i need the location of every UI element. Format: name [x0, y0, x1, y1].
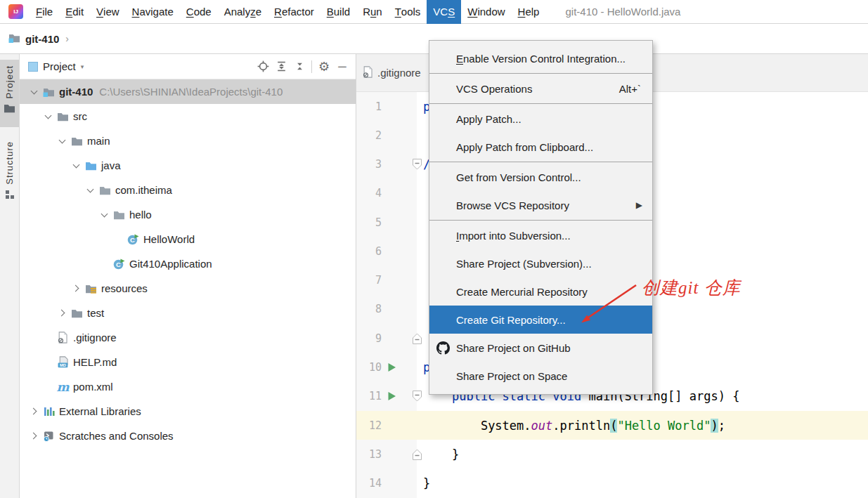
menu-view[interactable]: View [90, 0, 126, 24]
run-icon[interactable] [382, 391, 401, 401]
tree-chevron-icon[interactable] [69, 286, 83, 291]
gutter: 6 [356, 237, 417, 266]
tree-item-hello[interactable]: hello [20, 202, 356, 227]
vcs-menu-item-import-into-subversion[interactable]: Import into Subversion... [429, 221, 652, 249]
code-text: } [417, 476, 430, 490]
project-panel-title[interactable]: Project [43, 60, 76, 72]
tree-item-test[interactable]: test [20, 301, 356, 325]
tree-item-resources[interactable]: resources [20, 276, 356, 301]
menu-code[interactable]: Code [180, 0, 218, 24]
gutter: 14 [356, 468, 417, 497]
tree-chevron-icon[interactable] [55, 310, 69, 315]
tree-item-src[interactable]: src [20, 104, 356, 129]
tree-item-label: main [87, 135, 110, 147]
menu-edit[interactable]: Edit [59, 0, 90, 24]
menu-build[interactable]: Build [320, 0, 356, 24]
code-line-13[interactable]: 13 } [356, 440, 868, 468]
tree-item-label: java [101, 159, 121, 171]
tree-item-com-itheima[interactable]: com.itheima [20, 178, 356, 202]
menu-vcs[interactable]: VCS [427, 0, 461, 24]
fold-down-icon[interactable] [412, 391, 422, 402]
hide-panel-icon[interactable]: ─ [333, 58, 351, 75]
vcs-menu-item-get-from-version-control[interactable]: Get from Version Control... [429, 163, 652, 191]
stripe-tab-structure[interactable]: Structure [0, 136, 19, 209]
line-number: 11 [356, 390, 382, 402]
line-number: 4 [356, 187, 382, 199]
menu-separator [429, 103, 652, 104]
tree-item-git-410[interactable]: git-410C:\Users\SHINIAN\IdeaProjects\git… [20, 79, 356, 104]
vcs-menu-item-create-mercurial-repository[interactable]: Create Mercurial Repository [429, 277, 652, 306]
tree-item-label: git-410 [59, 86, 93, 98]
project-panel-toolbar: ⚙─ [254, 58, 351, 75]
menu-item-label: Enable Version Control Integration... [456, 53, 626, 65]
breadcrumb[interactable]: git-410 › [8, 33, 69, 45]
tree-item-scratches-and-consoles[interactable]: Scratches and Consoles [20, 424, 356, 448]
ide-window: IJ FileEditViewNavigateCodeAnalyzeRefact… [0, 0, 868, 498]
line-number: 13 [356, 448, 382, 461]
vcs-menu-item-browse-vcs-repository[interactable]: Browse VCS Repository▶ [429, 191, 652, 219]
gutter: 11 [356, 382, 417, 411]
tree-item-git410application[interactable]: C Git410Application [20, 251, 356, 276]
tree-chevron-icon[interactable] [27, 409, 41, 414]
tree-chevron-icon[interactable] [97, 214, 111, 216]
locate-icon[interactable] [254, 58, 272, 75]
menu-file[interactable]: File [30, 0, 59, 24]
collapse-all-icon[interactable] [290, 58, 309, 75]
menu-analyze[interactable]: Analyze [218, 0, 268, 24]
run-icon[interactable] [382, 362, 401, 372]
tree-item-label: hello [129, 209, 152, 221]
tab-gitignore[interactable]: .gitignore [356, 54, 428, 92]
code-line-14[interactable]: 14} [356, 468, 868, 497]
folder-icon [69, 136, 85, 146]
tree-chevron-icon[interactable] [55, 140, 69, 143]
fold-up-icon[interactable] [412, 448, 422, 460]
package-icon [97, 185, 113, 195]
tree-chevron-icon[interactable] [41, 115, 55, 118]
chevron-down-icon: ▾ [81, 63, 84, 70]
vcs-menu-item-apply-patch[interactable]: Apply Patch... [429, 105, 652, 133]
tree-chevron-icon[interactable] [27, 433, 41, 438]
code-line-12[interactable]: 12 System.out.println("Hello World"); [356, 411, 868, 440]
tree-item-pom-xml[interactable]: mpom.xml [20, 374, 356, 399]
fold-down-icon[interactable] [412, 159, 422, 171]
vcs-menu-item-create-git-repository[interactable]: Create Git Repository... [429, 306, 652, 334]
menu-run[interactable]: Run [356, 0, 389, 24]
tree-chevron-icon[interactable] [83, 189, 97, 192]
menu-window[interactable]: Window [461, 0, 511, 24]
tree-chevron-icon[interactable] [69, 164, 83, 167]
tree-item-gitignore[interactable]: .gitignore [20, 325, 356, 350]
tree-item-helloworld[interactable]: C HelloWorld [20, 227, 356, 251]
vcs-menu-item-enable-version-control-integration[interactable]: Enable Version Control Integration... [429, 44, 652, 72]
line-number: 10 [356, 361, 382, 374]
menu-separator [429, 73, 652, 74]
menu-navigate[interactable]: Navigate [126, 0, 180, 24]
menu-refactor[interactable]: Refactor [268, 0, 320, 24]
menu-tools[interactable]: Tools [389, 0, 427, 24]
gutter: 2 [356, 121, 417, 150]
vcs-menu-item-vcs-operations[interactable]: VCS OperationsAlt+` [429, 74, 652, 103]
gear-icon[interactable]: ⚙ [315, 58, 333, 75]
vcs-menu-item-apply-patch-from-clipboard[interactable]: Apply Patch from Clipboard... [429, 133, 652, 161]
vcs-menu-item-share-project-on-github[interactable]: Share Project on GitHub [429, 334, 652, 362]
window-title: git-410 - HelloWorld.java [565, 6, 680, 18]
tree-chevron-icon[interactable] [27, 91, 41, 93]
fold-up-icon[interactable] [412, 332, 422, 344]
vcs-menu-item-share-project-on-space[interactable]: Share Project on Space [429, 362, 652, 390]
menu-help[interactable]: Help [512, 0, 546, 24]
code-text: System.out.println("Hello World"); [417, 419, 725, 433]
breadcrumb-project-label: git-410 [25, 33, 59, 45]
tree-item-help-md[interactable]: MDHELP.md [20, 350, 356, 374]
vcs-menu-item-share-project-subversion[interactable]: Share Project (Subversion)... [429, 249, 652, 277]
breadcrumb-chevron-icon: › [65, 33, 69, 44]
tree-item-external-libraries[interactable]: External Libraries [20, 399, 356, 424]
stripe-tab-label: Project [4, 65, 15, 98]
tree-item-main[interactable]: main [20, 129, 356, 153]
folder-sources-icon [83, 161, 99, 171]
menu-bar: IJ FileEditViewNavigateCodeAnalyzeRefact… [0, 0, 868, 24]
expand-all-icon[interactable] [272, 58, 290, 75]
line-number: 3 [356, 158, 382, 171]
tree-item-label: pom.xml [73, 381, 113, 393]
stripe-tab-project[interactable]: Project [0, 60, 19, 127]
tree-item-java[interactable]: java [20, 153, 356, 178]
gitignore-file-icon [363, 66, 373, 80]
